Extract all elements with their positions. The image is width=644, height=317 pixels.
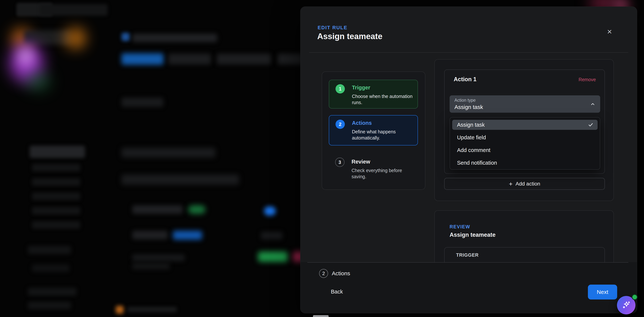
dialog-footer: 2 Actions Back Next: [300, 262, 637, 313]
select-value: Assign task: [454, 104, 595, 110]
bg-tab: [168, 54, 211, 64]
step-trigger[interactable]: 1 Trigger Choose when the automation run…: [329, 80, 418, 109]
check-icon: [588, 122, 594, 128]
step-number-badge: 1: [336, 84, 345, 93]
action-type-dropdown: Assign task Update field Add comment Sen…: [450, 117, 600, 170]
bg-footer-label: [127, 307, 177, 312]
add-action-button[interactable]: + Add action: [444, 178, 605, 190]
bg-tab: [217, 54, 271, 64]
dropdown-option-add-comment[interactable]: Add comment: [452, 145, 598, 155]
plus-icon: +: [509, 181, 512, 187]
bg-sidebar-row: [32, 265, 69, 272]
bg-window-tab: [16, 3, 52, 16]
bg-green-blob: [26, 73, 50, 90]
step-description: Choose when the automation runs.: [352, 93, 413, 106]
option-label: Update field: [457, 134, 486, 141]
bg-task-label: [132, 254, 184, 261]
bg-blue-badge: [173, 231, 202, 240]
bg-sidebar-row: [28, 246, 71, 254]
bg-task-label: [132, 263, 170, 269]
bg-blue-toggle: [264, 207, 276, 216]
next-button[interactable]: Next: [588, 285, 617, 300]
dialog-eyebrow: EDIT RULE: [318, 25, 348, 30]
option-label: Send notification: [457, 160, 497, 166]
actions-panel: Action 1 Remove Action type Assign task …: [434, 59, 614, 201]
bg-sidebar-row: [28, 288, 76, 296]
bg-purple-highlight: [18, 47, 34, 65]
remove-action-button[interactable]: Remove: [578, 77, 596, 82]
action-card: Action 1 Remove Action type Assign task …: [444, 69, 605, 174]
step-description: Check everything before saving.: [352, 167, 414, 180]
bg-tab-active: [122, 53, 164, 65]
option-label: Add comment: [457, 147, 490, 153]
bg-sidebar-row: [32, 178, 80, 186]
review-trigger-label: TRIGGER: [456, 252, 479, 258]
dropdown-option-update-field[interactable]: Update field: [452, 132, 598, 142]
dropdown-option-assign-task[interactable]: Assign task: [452, 120, 598, 130]
header-divider: [309, 52, 628, 53]
bg-row: [122, 175, 239, 185]
footer-step-badge: 2: [319, 269, 328, 278]
review-eyebrow: REVIEW: [450, 224, 470, 230]
screen: EDIT RULE Assign teameate × 1 Trigger Ch…: [0, 0, 644, 317]
bg-sidebar-row: [32, 193, 80, 200]
step-actions[interactable]: 2 Actions Define what happens automatica…: [329, 115, 418, 145]
bg-task-label: [132, 231, 168, 239]
option-label: Assign task: [457, 122, 485, 128]
chevron-up-icon: [590, 101, 595, 107]
footer-step-label: Actions: [332, 270, 350, 277]
edit-rule-dialog: EDIT RULE Assign teameate × 1 Trigger Ch…: [300, 6, 637, 313]
action-card-title: Action 1: [454, 76, 476, 83]
footer-divider: [307, 262, 628, 263]
bg-sidebar-row: [32, 221, 80, 229]
bg-green-badge: [188, 205, 206, 214]
review-title: Assign teameate: [450, 232, 496, 238]
bg-section-label: [122, 98, 163, 107]
bg-tab: [278, 54, 303, 64]
bg-sidebar-active-item: [30, 146, 85, 158]
step-title: Trigger: [352, 84, 413, 91]
step-number-badge: 3: [335, 158, 344, 167]
step-title: Review: [352, 159, 414, 165]
bg-sidebar-row: [32, 164, 80, 171]
review-panel: REVIEW Assign teameate TRIGGER Assign te…: [434, 210, 614, 268]
bg-sidebar-row: [28, 302, 71, 309]
bg-row: [122, 148, 215, 158]
sparkle-icon: [622, 300, 631, 311]
back-button[interactable]: Back: [327, 287, 347, 297]
bg-orange-icon: [116, 306, 124, 314]
step-review[interactable]: 3 Review Check everything before saving.: [329, 154, 418, 184]
bg-green-button: [258, 252, 288, 262]
dialog-title: Assign teameate: [317, 32, 382, 41]
online-status-dot: [632, 294, 638, 300]
step-description: Define what happens automatically.: [352, 129, 413, 141]
bg-sidebar-row: [32, 207, 80, 214]
add-action-label: Add action: [516, 181, 540, 187]
bg-orange-blob: [11, 28, 32, 48]
bg-task-label: [132, 205, 183, 214]
select-label: Action type: [454, 98, 595, 103]
bg-title-bar: [40, 4, 108, 16]
stepper-panel: 1 Trigger Choose when the automation run…: [322, 71, 425, 190]
bg-page-icon: [122, 33, 130, 41]
step-number-badge: 2: [336, 120, 345, 129]
dropdown-option-send-notification[interactable]: Send notification: [452, 158, 598, 168]
bottom-peek-element: [313, 315, 328, 317]
bg-purple-blob: [10, 44, 43, 82]
close-icon[interactable]: ×: [604, 26, 615, 37]
action-type-select[interactable]: Action type Assign task: [450, 95, 600, 113]
bg-task-label: [261, 232, 282, 239]
bg-dark-bar: [24, 30, 71, 45]
step-title: Actions: [352, 120, 413, 126]
bg-orange-blob: [65, 28, 86, 48]
bg-page-title: [132, 34, 217, 42]
